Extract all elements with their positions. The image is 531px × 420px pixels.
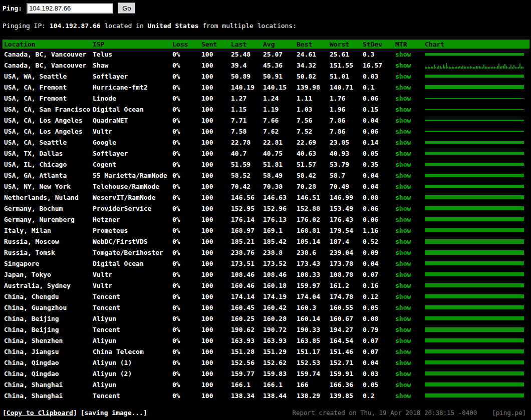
loss-cell: 0% bbox=[171, 247, 200, 258]
mtr-cell: show bbox=[394, 214, 423, 225]
mtr-show-link[interactable]: show bbox=[395, 183, 411, 190]
last-cell: 22.78 bbox=[229, 137, 261, 148]
last-cell: 108.46 bbox=[229, 269, 261, 280]
copy-to-clipboard-link[interactable]: Copy to Clipboard bbox=[7, 409, 73, 416]
stdev-cell: 16.57 bbox=[361, 60, 394, 71]
chart-spike bbox=[501, 66, 502, 69]
chart-cell bbox=[423, 82, 529, 93]
mtr-show-link[interactable]: show bbox=[395, 381, 411, 388]
worst-cell: 166.36 bbox=[328, 379, 361, 390]
mtr-show-link[interactable]: show bbox=[395, 238, 411, 245]
chart-spike bbox=[500, 67, 501, 69]
mtr-show-link[interactable]: show bbox=[395, 315, 411, 322]
mtr-show-link[interactable]: show bbox=[395, 271, 411, 278]
worst-cell: 70.49 bbox=[328, 181, 361, 192]
chart-bar bbox=[425, 228, 524, 232]
mtr-show-link[interactable]: show bbox=[395, 194, 411, 201]
isp-cell: Cogent bbox=[91, 159, 171, 170]
ping-label: Ping: bbox=[3, 5, 22, 12]
last-cell: 166.1 bbox=[229, 379, 261, 390]
mtr-show-link[interactable]: show bbox=[395, 106, 411, 113]
mtr-show-link[interactable]: show bbox=[395, 227, 411, 234]
avg-cell: 1.19 bbox=[261, 104, 295, 115]
chart-bar bbox=[425, 75, 524, 78]
mtr-show-link[interactable]: show bbox=[395, 117, 411, 124]
table-row: USA, WA, SeattleSoftlayer0%10050.8950.91… bbox=[3, 71, 529, 82]
mtr-show-link[interactable]: show bbox=[395, 84, 411, 91]
best-cell: 22.69 bbox=[295, 137, 328, 148]
stdev-cell: 0.06 bbox=[361, 126, 394, 137]
latency-chart bbox=[425, 337, 524, 344]
location-cell: Japan, Tokyo bbox=[3, 269, 91, 280]
mtr-show-link[interactable]: show bbox=[395, 73, 411, 80]
isp-cell: Telus bbox=[91, 49, 171, 60]
mtr-show-link[interactable]: show bbox=[395, 370, 411, 377]
chart-spike bbox=[513, 65, 514, 69]
sent-cell: 100 bbox=[200, 203, 229, 214]
mtr-show-link[interactable]: show bbox=[395, 216, 411, 223]
mtr-show-link[interactable]: show bbox=[395, 95, 411, 102]
mtr-cell: show bbox=[394, 192, 423, 203]
chart-bar bbox=[425, 393, 524, 397]
best-cell: 40.63 bbox=[295, 148, 328, 159]
mtr-show-link[interactable]: show bbox=[395, 337, 411, 344]
avg-cell: 1.24 bbox=[261, 93, 295, 104]
mtr-show-link[interactable]: show bbox=[395, 150, 411, 157]
worst-cell: 239.04 bbox=[328, 247, 361, 258]
mtr-show-link[interactable]: show bbox=[395, 304, 411, 311]
go-button[interactable]: Go bbox=[118, 3, 135, 14]
mtr-show-link[interactable]: show bbox=[395, 62, 411, 69]
latency-chart bbox=[425, 227, 524, 234]
worst-cell: 25.61 bbox=[328, 49, 361, 60]
mtr-show-link[interactable]: show bbox=[395, 249, 411, 256]
worst-cell: 179.54 bbox=[328, 225, 361, 236]
best-cell: 1.03 bbox=[295, 104, 328, 115]
chart-bar bbox=[425, 294, 524, 298]
stdev-cell: 0.04 bbox=[361, 181, 394, 192]
chart-bar bbox=[425, 120, 524, 121]
sent-cell: 100 bbox=[200, 335, 229, 346]
location-cell: China, Qingdao bbox=[3, 368, 91, 379]
last-cell: 163.93 bbox=[229, 335, 261, 346]
ping-pe-brand-link[interactable]: [ping.pe] bbox=[492, 409, 526, 416]
chart-spike bbox=[489, 67, 490, 69]
worst-cell: 159.91 bbox=[328, 368, 361, 379]
mtr-show-link[interactable]: show bbox=[395, 128, 411, 135]
mtr-cell: show bbox=[394, 60, 423, 71]
chart-cell bbox=[423, 368, 529, 379]
mtr-show-link[interactable]: show bbox=[395, 161, 411, 168]
chart-spike bbox=[506, 66, 507, 69]
best-cell: 238.6 bbox=[295, 247, 328, 258]
mtr-show-link[interactable]: show bbox=[395, 326, 411, 333]
best-cell: 168.81 bbox=[295, 225, 328, 236]
mtr-show-link[interactable]: show bbox=[395, 139, 411, 146]
mtr-cell: show bbox=[394, 379, 423, 390]
stdev-cell: 0.52 bbox=[361, 236, 394, 247]
isp-cell: Aliyun bbox=[91, 313, 171, 324]
mtr-show-link[interactable]: show bbox=[395, 51, 411, 58]
mtr-show-link[interactable]: show bbox=[395, 359, 411, 366]
chart-cell bbox=[423, 159, 529, 170]
mtr-show-link[interactable]: show bbox=[395, 293, 411, 300]
mtr-show-link[interactable]: show bbox=[395, 260, 411, 267]
mtr-show-link[interactable]: show bbox=[395, 282, 411, 289]
mtr-show-link[interactable]: show bbox=[395, 392, 411, 399]
mtr-cell: show bbox=[394, 269, 423, 280]
best-cell: 163.85 bbox=[295, 335, 328, 346]
chart-bar bbox=[425, 109, 524, 110]
stdev-cell: 0.08 bbox=[361, 192, 394, 203]
chart-spike bbox=[461, 67, 462, 69]
worst-cell: 164.54 bbox=[328, 335, 361, 346]
table-row: Russia, TomskTomgate/Berihoster0%100238.… bbox=[3, 247, 529, 258]
worst-cell: 53.79 bbox=[328, 159, 361, 170]
ping-ip-input[interactable] bbox=[27, 3, 113, 14]
mtr-show-link[interactable]: show bbox=[395, 348, 411, 355]
last-cell: 152.56 bbox=[229, 357, 261, 368]
worst-cell: 139.85 bbox=[328, 390, 361, 401]
mtr-show-link[interactable]: show bbox=[395, 172, 411, 179]
worst-cell: 173.78 bbox=[328, 258, 361, 269]
chart-spike bbox=[497, 66, 498, 69]
worst-cell: 151.55 bbox=[328, 60, 361, 71]
last-cell: 176.14 bbox=[229, 214, 261, 225]
mtr-show-link[interactable]: show bbox=[395, 205, 411, 212]
